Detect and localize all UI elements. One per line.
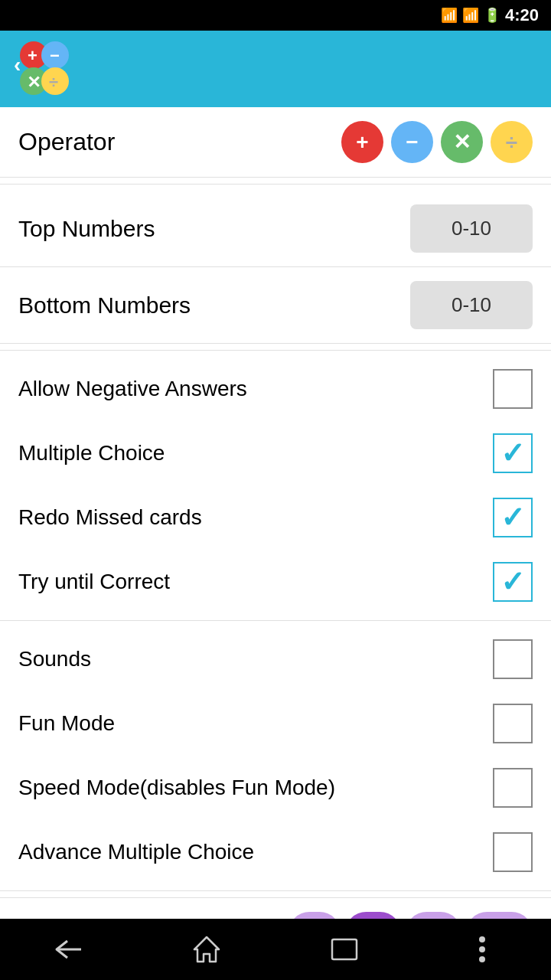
top-numbers-row: Top Numbers 0-10: [0, 191, 551, 267]
sounds-label: Sounds: [18, 647, 91, 671]
status-icons: 📶 📶 🔋 4:20: [441, 5, 539, 25]
home-button[interactable]: [176, 930, 237, 969]
multiple-choice-checkbox[interactable]: ✓: [493, 433, 533, 473]
status-time: 4:20: [505, 5, 539, 25]
checkmark-multiple-choice: ✓: [500, 439, 525, 468]
divider-2: [0, 350, 551, 351]
checkmark-redo-missed: ✓: [500, 503, 525, 532]
allow-negative-checkbox[interactable]: [493, 369, 533, 409]
speed-mode-row: Speed Mode(disables Fun Mode): [0, 756, 551, 820]
advance-multiple-choice-checkbox[interactable]: [493, 832, 533, 872]
top-numbers-label: Top Numbers: [18, 216, 155, 242]
redo-missed-label: Redo Missed cards: [18, 505, 202, 530]
plus-operator-button[interactable]: +: [341, 121, 383, 163]
svg-point-13: [479, 936, 485, 942]
back-button[interactable]: [38, 930, 99, 969]
bottom-numbers-label: Bottom Numbers: [18, 292, 191, 318]
nav-bar: [0, 919, 551, 980]
try-until-correct-checkbox[interactable]: ✓: [493, 562, 533, 602]
wifi-icon: 📶: [441, 7, 458, 24]
operator-section: Operator + − ✕ ÷: [0, 107, 551, 178]
sounds-checkbox[interactable]: [493, 639, 533, 679]
fun-mode-row: Fun Mode: [0, 691, 551, 756]
svg-marker-11: [194, 937, 219, 962]
bottom-numbers-button[interactable]: 0-10: [410, 281, 533, 329]
divider-3: [0, 620, 551, 621]
signal-icon: 📶: [462, 7, 479, 24]
operator-icons: + − ✕ ÷: [341, 121, 533, 163]
more-button[interactable]: [452, 930, 513, 969]
fun-mode-checkbox[interactable]: [493, 704, 533, 743]
svg-text:÷: ÷: [49, 73, 58, 92]
svg-rect-12: [332, 939, 357, 959]
minus-operator-button[interactable]: −: [391, 121, 433, 163]
bottom-numbers-row: Bottom Numbers 0-10: [0, 267, 551, 344]
divider-1: [0, 184, 551, 185]
advance-multiple-choice-row: Advance Multiple Choice: [0, 820, 551, 884]
speed-mode-checkbox[interactable]: [493, 768, 533, 808]
recents-button[interactable]: [314, 930, 375, 969]
times-operator-button[interactable]: ✕: [441, 121, 483, 163]
divider-4: [0, 890, 551, 891]
allow-negative-row: Allow Negative Answers: [0, 357, 551, 421]
svg-text:−: −: [50, 46, 60, 65]
svg-point-14: [479, 946, 485, 952]
advance-multiple-choice-label: Advance Multiple Choice: [18, 840, 254, 864]
top-bar: ‹ + − ✕ ÷: [0, 31, 551, 107]
checkmark-try-until-correct: ✓: [500, 567, 525, 596]
allow-negative-label: Allow Negative Answers: [18, 377, 247, 401]
sounds-row: Sounds: [0, 627, 551, 691]
operator-label: Operator: [18, 128, 115, 156]
divide-operator-button[interactable]: ÷: [491, 121, 533, 163]
fun-mode-label: Fun Mode: [18, 711, 115, 736]
app-logo: ‹ + − ✕ ÷: [12, 38, 73, 100]
svg-text:‹: ‹: [14, 53, 21, 77]
redo-missed-row: Redo Missed cards ✓: [0, 485, 551, 550]
speed-mode-label: Speed Mode(disables Fun Mode): [18, 776, 335, 800]
try-until-correct-label: Try until Correct: [18, 570, 170, 594]
svg-text:+: +: [28, 46, 37, 65]
status-bar: 📶 📶 🔋 4:20: [0, 0, 551, 31]
main-content: Operator + − ✕ ÷ Top Numbers 0-10 Bottom…: [0, 107, 551, 968]
redo-missed-checkbox[interactable]: ✓: [493, 498, 533, 537]
svg-point-15: [479, 956, 485, 962]
try-until-correct-row: Try until Correct ✓: [0, 550, 551, 614]
multiple-choice-label: Multiple Choice: [18, 441, 165, 466]
multiple-choice-row: Multiple Choice ✓: [0, 421, 551, 485]
svg-text:✕: ✕: [27, 73, 41, 92]
battery-icon: 🔋: [484, 7, 500, 24]
top-numbers-button[interactable]: 0-10: [410, 204, 533, 253]
